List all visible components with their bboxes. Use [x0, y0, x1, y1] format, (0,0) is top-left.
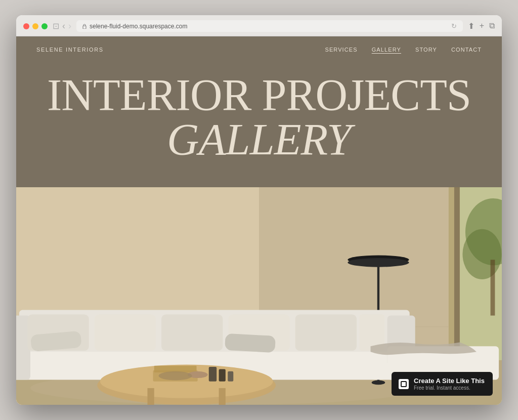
- svg-rect-28: [225, 333, 276, 353]
- lock-icon: [82, 24, 87, 29]
- svg-rect-0: [83, 26, 86, 29]
- site-content: SELENE INTERIORS SERVICES GALLERY STORY …: [16, 36, 502, 405]
- svg-rect-8: [491, 260, 495, 315]
- squarespace-logo-inner: [401, 381, 407, 387]
- svg-rect-36: [219, 369, 226, 381]
- nav-services[interactable]: SERVICES: [325, 47, 357, 53]
- browser-nav-controls: ⊡ ‹ ›: [53, 21, 71, 31]
- room-image: Create A Site Like This Free trial. Inst…: [16, 187, 502, 405]
- window-icon[interactable]: ⊡: [53, 21, 59, 31]
- svg-rect-35: [209, 367, 217, 382]
- squarespace-logo: [399, 379, 409, 389]
- svg-point-7: [462, 229, 501, 279]
- browser-window: ⊡ ‹ › selene-fluid-demo.squarespace.com …: [16, 15, 502, 405]
- address-bar[interactable]: selene-fluid-demo.squarespace.com ↻: [76, 20, 463, 32]
- hero-title-line2: GALLERY: [36, 117, 482, 162]
- hero-section: SELENE INTERIORS SERVICES GALLERY STORY …: [16, 36, 502, 187]
- badge-title: Create A Site Like This: [414, 377, 485, 385]
- svg-rect-25: [295, 314, 357, 351]
- site-logo: SELENE INTERIORS: [36, 47, 104, 53]
- minimize-button[interactable]: [32, 23, 38, 29]
- svg-rect-37: [228, 371, 233, 382]
- traffic-lights: [23, 23, 48, 29]
- back-button[interactable]: ‹: [62, 21, 65, 31]
- forward-button[interactable]: ›: [68, 21, 71, 31]
- browser-actions: ⬆ + ⧉: [468, 21, 495, 31]
- reload-icon[interactable]: ↻: [451, 22, 457, 30]
- svg-rect-22: [95, 314, 156, 351]
- nav-gallery[interactable]: GALLERY: [372, 47, 401, 53]
- svg-rect-23: [161, 314, 223, 351]
- squarespace-badge[interactable]: Create A Site Like This Free trial. Inst…: [392, 372, 493, 396]
- url-text: selene-fluid-demo.squarespace.com: [90, 23, 187, 30]
- svg-rect-31: [147, 388, 154, 405]
- nav-story[interactable]: STORY: [415, 47, 437, 53]
- site-navigation: SELENE INTERIORS SERVICES GALLERY STORY …: [16, 36, 502, 63]
- duplicate-icon[interactable]: ⧉: [489, 21, 495, 31]
- hero-title-line1: INTERIOR PROJECTS: [36, 73, 482, 117]
- svg-point-15: [372, 380, 385, 385]
- svg-rect-32: [219, 388, 226, 405]
- svg-point-39: [159, 371, 192, 381]
- badge-subtitle: Free trial. Instant access.: [414, 385, 485, 391]
- share-icon[interactable]: ⬆: [468, 21, 474, 31]
- maximize-button[interactable]: [41, 23, 48, 29]
- browser-chrome: ⊡ ‹ › selene-fluid-demo.squarespace.com …: [16, 15, 502, 36]
- add-tab-icon[interactable]: +: [480, 21, 484, 31]
- nav-contact[interactable]: CONTACT: [451, 47, 482, 53]
- close-button[interactable]: [23, 23, 29, 29]
- svg-point-14: [348, 258, 409, 267]
- hero-text-area: INTERIOR PROJECTS GALLERY: [16, 63, 502, 187]
- nav-links: SERVICES GALLERY STORY CONTACT: [325, 47, 482, 53]
- badge-text: Create A Site Like This Free trial. Inst…: [414, 377, 485, 391]
